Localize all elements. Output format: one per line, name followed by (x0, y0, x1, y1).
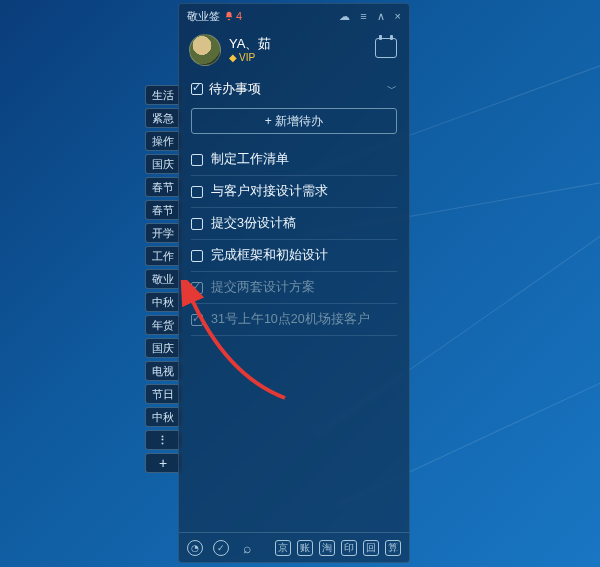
app-title: 敬业签 (187, 9, 220, 24)
todo-section-header[interactable]: 待办事项 ﹀ (179, 76, 409, 102)
category-chip[interactable]: 春节 (145, 200, 181, 220)
bottom-toolbar: ◔✓⌕ 京账淘印回算 (179, 532, 409, 562)
app-panel: 敬业签 4 ☁ ≡ ∧ × YA、茹 ◆ VIP 待办事项 ﹀ + 新增 (178, 3, 410, 563)
todo-checkbox[interactable] (191, 282, 203, 294)
search-icon[interactable]: ⌕ (239, 540, 255, 556)
category-chip[interactable]: 节日 (145, 384, 181, 404)
close-icon[interactable]: × (395, 10, 401, 22)
category-chip[interactable]: 紧急 (145, 108, 181, 128)
todo-checkbox[interactable] (191, 314, 203, 326)
calendar-icon[interactable] (375, 38, 397, 58)
clock-icon[interactable]: ◔ (187, 540, 203, 556)
todo-label: 完成框架和初始设计 (211, 247, 328, 264)
notification-badge[interactable]: 4 (224, 10, 242, 22)
menu-icon[interactable]: ≡ (360, 10, 366, 22)
add-category-button[interactable]: + (145, 453, 181, 473)
chevron-down-icon: ﹀ (387, 82, 397, 96)
add-todo-button[interactable]: + 新增待办 (191, 108, 397, 134)
todo-list: 制定工作清单与客户对接设计需求提交3份设计稿完成框架和初始设计提交两套设计方案3… (179, 144, 409, 532)
category-chip[interactable]: 中秋 (145, 292, 181, 312)
category-chip[interactable]: 操作 (145, 131, 181, 151)
todo-label: 提交3份设计稿 (211, 215, 296, 232)
title-bar: 敬业签 4 ☁ ≡ ∧ × (179, 4, 409, 28)
bell-icon (224, 11, 234, 21)
suan-icon[interactable]: 算 (385, 540, 401, 556)
todo-item[interactable]: 提交3份设计稿 (191, 208, 397, 240)
vip-badge: ◆ VIP (229, 52, 271, 64)
username: YA、茹 (229, 36, 271, 52)
category-chip[interactable]: 敬业 (145, 269, 181, 289)
category-chip[interactable]: 国庆 (145, 154, 181, 174)
todo-item[interactable]: 提交两套设计方案 (191, 272, 397, 304)
toolbar-left: ◔✓⌕ (187, 540, 255, 556)
cloud-sync-icon[interactable]: ☁ (339, 10, 350, 23)
todo-section-icon (191, 83, 203, 95)
todo-item[interactable]: 与客户对接设计需求 (191, 176, 397, 208)
tao-icon[interactable]: 淘 (319, 540, 335, 556)
yin-icon[interactable]: 印 (341, 540, 357, 556)
category-chip[interactable]: 年货 (145, 315, 181, 335)
category-chip[interactable]: 春节 (145, 177, 181, 197)
category-chip[interactable]: 国庆 (145, 338, 181, 358)
zhang-icon[interactable]: 账 (297, 540, 313, 556)
category-chips: 生活紧急操作国庆春节春节开学工作敬业中秋年货国庆电视节日中秋⋮+ (145, 85, 181, 473)
toolbar-right: 京账淘印回算 (275, 540, 401, 556)
todo-item[interactable]: 制定工作清单 (191, 144, 397, 176)
category-chip[interactable]: 电视 (145, 361, 181, 381)
profile-row: YA、茹 ◆ VIP (179, 28, 409, 76)
category-chip[interactable]: 开学 (145, 223, 181, 243)
hui-icon[interactable]: 回 (363, 540, 379, 556)
todo-checkbox[interactable] (191, 186, 203, 198)
todo-label: 31号上午10点20机场接客户 (211, 311, 370, 328)
todo-checkbox[interactable] (191, 250, 203, 262)
category-chip[interactable]: 工作 (145, 246, 181, 266)
todo-checkbox[interactable] (191, 218, 203, 230)
todo-checkbox[interactable] (191, 154, 203, 166)
more-categories-button[interactable]: ⋮ (145, 430, 181, 450)
category-chip[interactable]: 中秋 (145, 407, 181, 427)
collapse-icon[interactable]: ∧ (377, 10, 385, 23)
todo-label: 制定工作清单 (211, 151, 289, 168)
todo-item[interactable]: 完成框架和初始设计 (191, 240, 397, 272)
jing-icon[interactable]: 京 (275, 540, 291, 556)
todo-label: 提交两套设计方案 (211, 279, 315, 296)
todo-item[interactable]: 31号上午10点20机场接客户 (191, 304, 397, 336)
check-icon[interactable]: ✓ (213, 540, 229, 556)
diamond-icon: ◆ (229, 52, 237, 64)
avatar[interactable] (189, 34, 221, 66)
category-chip[interactable]: 生活 (145, 85, 181, 105)
section-title: 待办事项 (209, 80, 261, 98)
todo-label: 与客户对接设计需求 (211, 183, 328, 200)
